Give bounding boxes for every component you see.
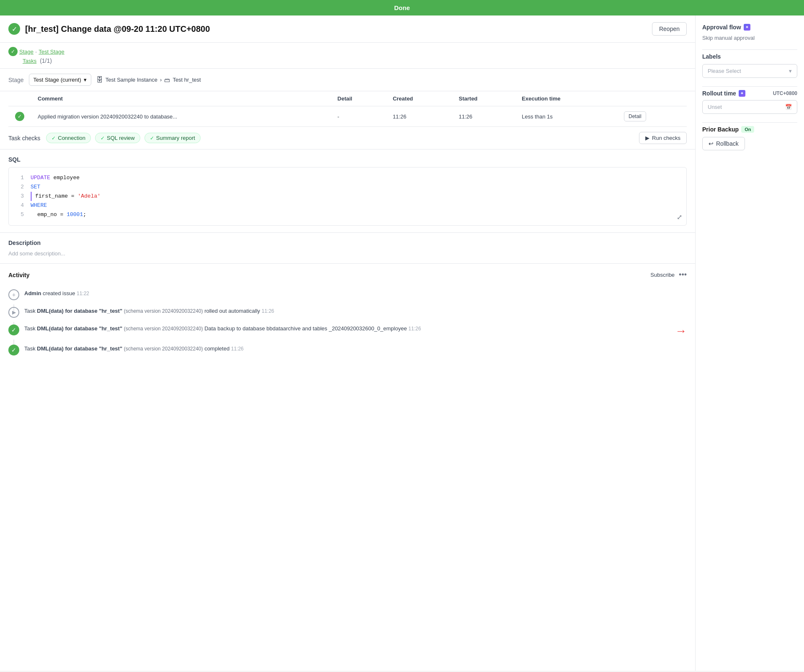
col-detail: Detail bbox=[331, 91, 386, 106]
sql-line-3: 3 first_name = 'Adela' bbox=[15, 192, 680, 201]
stage-selector[interactable]: Test Stage (current) ▾ bbox=[29, 74, 91, 86]
chevron-down-icon: ▾ bbox=[789, 68, 792, 74]
breadcrumb-icon: ✓ bbox=[8, 47, 18, 56]
calendar-icon: 📅 bbox=[785, 104, 792, 110]
tasks-count: (1/1) bbox=[40, 57, 52, 64]
db-icon: 🗃 bbox=[164, 77, 170, 83]
table-row: ✓ Applied migration version 202409200322… bbox=[8, 106, 687, 127]
row-started: 11:26 bbox=[452, 106, 515, 127]
sql-line-5: 5 emp_no = 10001; bbox=[15, 210, 680, 219]
skip-manual-approval[interactable]: Skip manual approval bbox=[702, 35, 797, 41]
activity-item: + Admin created issue 11:22 bbox=[8, 286, 687, 304]
test-stage-link[interactable]: Test Stage bbox=[39, 49, 64, 55]
check-connection: ✓ Connection bbox=[46, 133, 91, 143]
row-action: Detail bbox=[617, 106, 687, 127]
activity-text: Task DML(data) for database "hr_test" (s… bbox=[24, 345, 687, 355]
labels-title: Labels bbox=[702, 53, 797, 60]
stage-row: Stage Test Stage (current) ▾ 🗄 Test Samp… bbox=[0, 69, 695, 91]
sql-section: SQL 1 UPDATE employee 2 SET 3 first_name… bbox=[0, 149, 695, 232]
row-comment: Applied migration version 20240920032240… bbox=[31, 106, 331, 127]
breadcrumb: ✓ Stage - Test Stage bbox=[8, 47, 687, 56]
labels-section: Labels Please Select ▾ bbox=[702, 53, 797, 78]
activity-text: Task DML(data) for database "hr_test" (s… bbox=[24, 307, 687, 318]
sql-line-2: 2 SET bbox=[15, 183, 680, 192]
description-title: Description bbox=[8, 239, 687, 246]
col-execution-time: Execution time bbox=[515, 91, 617, 106]
sql-title: SQL bbox=[8, 156, 687, 163]
activity-header: Activity Subscribe ••• bbox=[8, 270, 687, 279]
check-icon-2: ✓ bbox=[100, 135, 105, 141]
status-icon: ✓ bbox=[8, 23, 20, 35]
approval-flow-title: Approval flow ✦ bbox=[702, 24, 797, 31]
green-check-icon: ✓ bbox=[8, 324, 19, 335]
row-execution-time: Less than 1s bbox=[515, 106, 617, 127]
expand-button[interactable]: ⤢ bbox=[677, 213, 682, 221]
red-arrow-icon: → bbox=[675, 324, 687, 338]
activity-title: Activity bbox=[8, 272, 30, 278]
col-status bbox=[8, 91, 31, 106]
row-status-icon: ✓ bbox=[8, 106, 31, 127]
activity-list: + Admin created issue 11:22 ▶ Task DML(d… bbox=[8, 286, 687, 359]
on-badge: On bbox=[741, 126, 754, 133]
activity-item: ✓ Task DML(data) for database "hr_test" … bbox=[8, 341, 687, 359]
instance-icon: 🗄 bbox=[96, 76, 103, 84]
subscribe-button[interactable]: Subscribe bbox=[650, 272, 675, 278]
row-created: 11:26 bbox=[386, 106, 452, 127]
green-check-icon-2: ✓ bbox=[8, 345, 19, 355]
chevron-down-icon: ▾ bbox=[84, 77, 87, 83]
check-summary-report: ✓ Summary report bbox=[144, 133, 201, 143]
rollback-icon: ↩ bbox=[709, 140, 714, 147]
instance-name: Test Sample Instance bbox=[106, 77, 157, 83]
tasks-link[interactable]: Tasks bbox=[23, 58, 36, 64]
status-label: Done bbox=[394, 4, 410, 11]
approval-flow-section: Approval flow ✦ Skip manual approval bbox=[702, 24, 797, 41]
description-section: Description Add some description... bbox=[0, 232, 695, 263]
task-checks-row: Task checks ✓ Connection ✓ SQL review ✓ … bbox=[0, 127, 695, 149]
check-icon-3: ✓ bbox=[150, 135, 154, 141]
reopen-button[interactable]: Reopen bbox=[652, 22, 687, 36]
magic-icon: ✦ bbox=[744, 24, 750, 31]
rollout-time-input[interactable]: Unset 📅 bbox=[702, 100, 797, 114]
description-input[interactable]: Add some description... bbox=[8, 250, 687, 257]
col-started: Started bbox=[452, 91, 515, 106]
divider bbox=[702, 49, 797, 50]
page-title: [hr_test] Change data @09-20 11:20 UTC+0… bbox=[25, 24, 210, 34]
sidebar: Approval flow ✦ Skip manual approval Lab… bbox=[695, 15, 804, 671]
col-comment: Comment bbox=[31, 91, 331, 106]
activity-text: Task DML(data) for database "hr_test" (s… bbox=[24, 324, 667, 338]
sql-editor[interactable]: 1 UPDATE employee 2 SET 3 first_name = '… bbox=[8, 167, 687, 226]
activity-item: ▶ Task DML(data) for database "hr_test" … bbox=[8, 304, 687, 321]
play-icon-activity: ▶ bbox=[8, 307, 19, 318]
col-created: Created bbox=[386, 91, 452, 106]
col-action bbox=[617, 91, 687, 106]
top-status-bar: Done bbox=[0, 0, 804, 15]
rollout-time-title: Rollout time ✦ UTC+0800 bbox=[702, 90, 797, 97]
stage-link[interactable]: Stage bbox=[19, 49, 34, 55]
utc-label: UTC+0800 bbox=[773, 90, 797, 96]
activity-actions: Subscribe ••• bbox=[650, 270, 687, 279]
rollout-magic-icon: ✦ bbox=[739, 90, 745, 97]
task-checks-label: Task checks bbox=[8, 135, 40, 142]
sql-line-4: 4 WHERE bbox=[15, 201, 680, 210]
row-detail: - bbox=[331, 106, 386, 127]
prior-backup-section: Prior Backup On ↩ Rollback bbox=[702, 126, 797, 150]
title-row: ✓ [hr_test] Change data @09-20 11:20 UTC… bbox=[8, 23, 210, 35]
rollback-button[interactable]: ↩ Rollback bbox=[702, 137, 745, 150]
check-icon: ✓ bbox=[52, 135, 56, 141]
check-sql-review: ✓ SQL review bbox=[95, 133, 140, 143]
activity-section: Activity Subscribe ••• + Admin created i… bbox=[0, 263, 695, 366]
stage-path: 🗄 Test Sample Instance › 🗃 Test hr_test bbox=[96, 76, 201, 84]
more-button[interactable]: ••• bbox=[679, 270, 687, 279]
stage-label: Stage bbox=[8, 77, 24, 83]
run-checks-button[interactable]: ▶ Run checks bbox=[639, 132, 687, 144]
labels-select[interactable]: Please Select ▾ bbox=[702, 64, 797, 78]
task-table-wrapper: Comment Detail Created Started Execution… bbox=[0, 91, 695, 127]
breadcrumb-section: ✓ Stage - Test Stage Tasks (1/1) bbox=[0, 43, 695, 69]
activity-item-backup: ✓ Task DML(data) for database "hr_test" … bbox=[8, 321, 687, 341]
sql-line-1: 1 UPDATE employee bbox=[15, 173, 680, 183]
page-header: ✓ [hr_test] Change data @09-20 11:20 UTC… bbox=[0, 15, 695, 43]
arrow-indicator: → bbox=[672, 324, 687, 338]
current-stage-text: Test Stage (current) bbox=[34, 77, 81, 83]
detail-button[interactable]: Detail bbox=[624, 111, 646, 121]
play-icon: ▶ bbox=[645, 135, 649, 141]
